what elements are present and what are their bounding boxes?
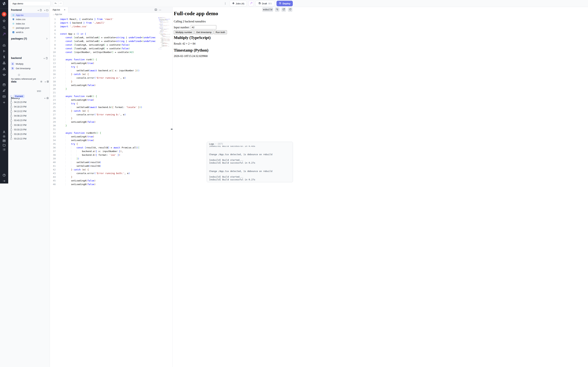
close-icon[interactable]: × bbox=[64, 8, 65, 11]
undo-icon[interactable] bbox=[53, 1, 58, 6]
folder-icon[interactable] bbox=[0, 143, 8, 147]
history-entry[interactable]: 03:38:22 PM bbox=[14, 124, 26, 126]
file-item-index-tsx[interactable]: index.tsx bbox=[11, 22, 49, 26]
kebab-menu-icon[interactable] bbox=[224, 1, 227, 6]
history-entry[interactable]: 03:43:23 PM bbox=[14, 119, 26, 122]
code-line: 19 setLoadingA(false) bbox=[50, 83, 156, 87]
ai-assistant-button[interactable] bbox=[249, 1, 254, 6]
deploy-button[interactable]: Deploy bbox=[277, 1, 293, 6]
timeline-node[interactable] bbox=[10, 133, 12, 135]
timeline-node[interactable] bbox=[10, 124, 12, 126]
help-icon[interactable] bbox=[0, 173, 8, 177]
history-entry[interactable]: 03:23:22 PM bbox=[14, 138, 26, 140]
code-line: 13 setLoadingA(true) bbox=[50, 61, 156, 65]
minimap[interactable]: import React, { useState } from 'react' … bbox=[158, 17, 170, 53]
windmill-logo[interactable] bbox=[2, 1, 6, 6]
timeline-node[interactable] bbox=[10, 129, 12, 131]
search-icon[interactable] bbox=[0, 25, 8, 30]
braces-icon: {} bbox=[12, 27, 15, 29]
play-icon[interactable] bbox=[0, 49, 8, 53]
runnable-item[interactable]: Multiply bbox=[16, 63, 24, 65]
esbuild-badge[interactable]: esbuild bbox=[262, 7, 273, 12]
file-item-index-css[interactable]: 3index.css bbox=[11, 17, 49, 22]
route-icon[interactable] bbox=[0, 88, 8, 93]
graduation-cap-icon[interactable] bbox=[0, 73, 8, 77]
user-icon[interactable] bbox=[0, 130, 8, 134]
multiply-number-button[interactable]: Multiply number bbox=[174, 30, 194, 34]
timeline-node[interactable] bbox=[10, 101, 12, 103]
code-line: 26 } catch (e) { bbox=[50, 109, 156, 113]
list-icon[interactable] bbox=[0, 147, 8, 152]
preview-subtitle: Calling 2 backend runnables bbox=[174, 20, 206, 23]
css-icon: 3 bbox=[12, 18, 15, 20]
star-icon[interactable] bbox=[0, 18, 8, 23]
workspace-icon[interactable] bbox=[0, 12, 8, 17]
history-entry[interactable]: 04:18:23 PM bbox=[14, 106, 26, 108]
snapshot-camera-button[interactable] bbox=[46, 97, 49, 100]
code-line: 23 setLoadingB(true) bbox=[50, 98, 156, 102]
current-version-badge[interactable]: Current bbox=[13, 95, 25, 98]
run-both-button[interactable]: Run both bbox=[214, 30, 227, 34]
history-entry[interactable]: 04:13:22 PM bbox=[14, 110, 26, 113]
new-folder-button[interactable] bbox=[44, 9, 49, 12]
external-link-icon[interactable] bbox=[281, 7, 286, 12]
data-section-title: data bbox=[11, 80, 17, 83]
chevron-right-icon[interactable] bbox=[46, 37, 48, 41]
tab-app-tsx[interactable]: App.tsx × bbox=[50, 7, 68, 13]
get-timestamp-button[interactable]: Get timestamp bbox=[194, 30, 213, 34]
services-icon[interactable] bbox=[0, 138, 8, 143]
add-snapshot-button[interactable] bbox=[44, 97, 46, 100]
plus-icon[interactable] bbox=[0, 100, 8, 105]
pyramid-icon[interactable] bbox=[0, 67, 8, 71]
logs-body[interactable]: [esbuild] Build successful in 0.45s Chan… bbox=[209, 145, 292, 182]
timeline-node[interactable] bbox=[10, 111, 12, 113]
calendar-icon[interactable] bbox=[0, 82, 8, 87]
code-line: 16 } catch (e) { bbox=[50, 72, 156, 76]
timeline-node[interactable] bbox=[10, 106, 12, 108]
dollar-icon[interactable] bbox=[0, 55, 8, 59]
gear-icon[interactable] bbox=[0, 134, 8, 139]
new-runnable-button[interactable] bbox=[43, 57, 48, 60]
logs-header[interactable]: Logs (327) bbox=[207, 142, 293, 146]
plus-icon bbox=[44, 97, 46, 100]
refresh-icon[interactable] bbox=[288, 7, 293, 12]
history-entry[interactable]: 03:33:23 PM bbox=[14, 128, 26, 131]
history-entry[interactable]: 04:08:23 PM bbox=[14, 115, 26, 117]
split-editor-icon[interactable] bbox=[154, 8, 157, 12]
file-item-app-tsx[interactable]: App.tsx bbox=[11, 13, 49, 17]
runnable-badge-b: b bbox=[11, 67, 14, 70]
code-line: 30 } bbox=[50, 124, 156, 127]
tab-label: App.tsx bbox=[52, 8, 60, 11]
code-area[interactable]: 1import React, { useState } from 'react'… bbox=[50, 17, 156, 184]
redo-icon[interactable] bbox=[58, 1, 63, 6]
file-item-wmill-ts[interactable]: TSwmill.ts bbox=[11, 30, 49, 34]
add-table-button[interactable] bbox=[44, 80, 49, 83]
timeline-node[interactable] bbox=[10, 115, 12, 117]
timeline-node-current[interactable] bbox=[10, 95, 12, 97]
history-entry[interactable]: 03:28:23 PM bbox=[14, 133, 26, 135]
app-title-input[interactable] bbox=[10, 1, 51, 6]
jobs-label: Jobs (4) bbox=[236, 2, 244, 5]
select-pointer-icon[interactable] bbox=[275, 7, 279, 12]
input-number-field[interactable] bbox=[191, 25, 216, 29]
jobs-button[interactable]: Jobs (4) bbox=[230, 1, 247, 6]
file-item-package-json[interactable]: {}package.json bbox=[11, 26, 49, 30]
mail-icon[interactable] bbox=[0, 94, 8, 99]
code-line: 10 const [inputNumber, setInputNumber] =… bbox=[50, 50, 156, 54]
breadcrumb-item[interactable]: App.tsx bbox=[55, 13, 62, 16]
timeline-node[interactable] bbox=[10, 138, 12, 140]
history-entry[interactable]: 04:23:23 PM bbox=[14, 101, 26, 103]
preview-app-title: Full-code app demo bbox=[174, 10, 218, 17]
data-settings-button[interactable] bbox=[40, 80, 43, 83]
magic-wand-icon[interactable] bbox=[0, 32, 8, 36]
runnable-item[interactable]: Get timestamp bbox=[16, 67, 31, 70]
cubes-icon[interactable] bbox=[0, 61, 8, 65]
new-file-button[interactable] bbox=[37, 9, 42, 12]
arrow-right-icon[interactable] bbox=[0, 179, 8, 183]
timeline-node[interactable] bbox=[10, 120, 12, 122]
draft-button[interactable]: Draft ⌘S bbox=[255, 1, 275, 6]
more-options-icon[interactable] bbox=[159, 9, 161, 12]
svg-text:{}: {} bbox=[13, 27, 14, 29]
code-line: 39 ]) bbox=[50, 157, 156, 160]
home-icon[interactable] bbox=[0, 43, 8, 47]
